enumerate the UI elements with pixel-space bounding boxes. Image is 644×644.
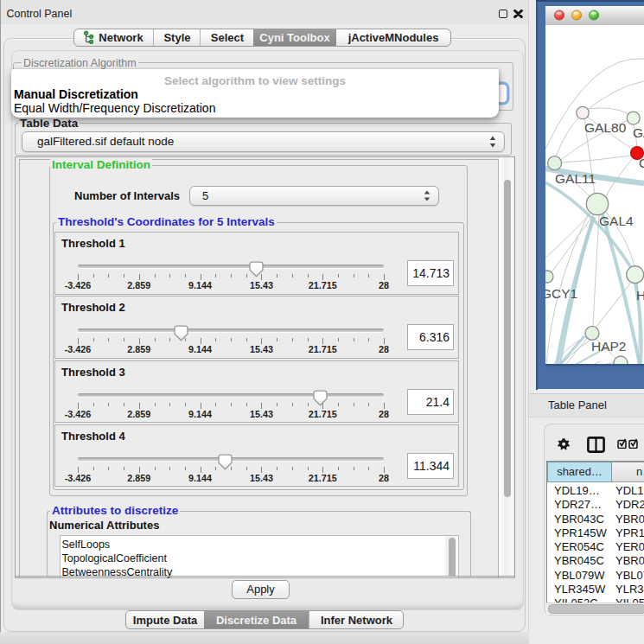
svg-text:GAL80: GAL80 — [584, 120, 627, 135]
svg-text:GAL11: GAL11 — [555, 171, 596, 186]
svg-text:GCN4: GCN4 — [639, 156, 644, 170]
svg-text:GAL3: GAL3 — [633, 125, 644, 140]
svg-text:GAL4: GAL4 — [599, 214, 634, 228]
svg-text:HIS4: HIS4 — [636, 288, 644, 303]
svg-text:GCY1: GCY1 — [545, 286, 577, 301]
svg-text:HAP2: HAP2 — [591, 339, 627, 354]
